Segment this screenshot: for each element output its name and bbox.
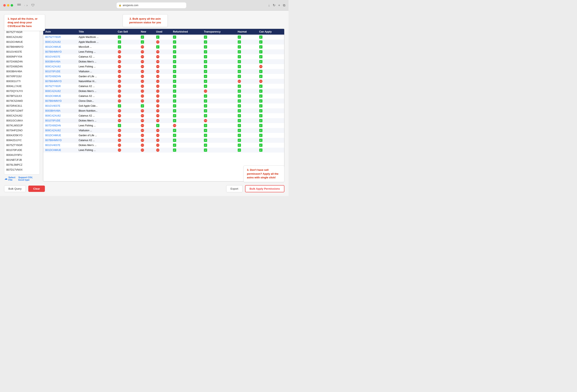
check-icon: ✓: [204, 109, 207, 112]
cell-hazmat: ✓: [236, 98, 257, 103]
cell-transparency: ✓: [202, 128, 236, 133]
maximize-button[interactable]: [11, 4, 13, 6]
block-icon: —: [173, 124, 176, 127]
cell-asin: B00CAZAU62: [43, 128, 77, 133]
cell-can-sell: —: [116, 118, 139, 123]
select-file-button[interactable]: ☁ Select File: [4, 176, 17, 181]
asin-link[interactable]: B07DX89ZHN: [45, 124, 61, 127]
check-icon: ✓: [173, 104, 176, 107]
bulk-apply-button[interactable]: Bulk Apply Permissions: [245, 185, 284, 192]
block-icon: —: [141, 144, 144, 147]
cell-new: —: [139, 108, 154, 113]
cell-title: Calamus X2 ...: [77, 138, 116, 143]
check-icon: ✓: [173, 35, 176, 39]
asin-list[interactable]: B075ZTY6GRB00CAZAU62B01DCHMIUEB07B6HMNYD…: [4, 29, 40, 174]
cell-can-apply: ✓: [257, 69, 284, 74]
cell-can-apply: ✓: [257, 49, 284, 54]
block-icon: —: [118, 139, 121, 142]
cell-transparency: ✓: [202, 113, 236, 118]
cell-transparency: ✓: [202, 143, 236, 148]
block-icon: —: [141, 90, 144, 93]
cell-title: NatureWise Vi...: [77, 79, 116, 84]
asin-link[interactable]: B07B6HMNYD: [45, 80, 62, 83]
asin-link[interactable]: B00CAZAU62: [45, 114, 61, 117]
table-row: B075ZTY6GR Apple MacBook ... ✓ ✓ ✓ ✓ ✓ ✓…: [43, 35, 284, 39]
sidebar-toggle[interactable]: [17, 4, 21, 7]
cell-asin: B07B6HMNYD: [43, 98, 77, 103]
permissions-table: Asin Title Can Sell New Used Refurbished…: [43, 29, 284, 153]
asin-link[interactable]: B075ZTY6GR: [45, 85, 61, 88]
asin-link[interactable]: B00CAZAU62: [45, 90, 61, 93]
check-icon: ✓: [204, 129, 207, 132]
address-bar[interactable]: 🔒 amzjarvis.com: [117, 2, 186, 8]
check-icon: ✓: [204, 144, 207, 147]
cell-hazmat: ✓: [236, 39, 257, 44]
asin-link[interactable]: B003BHV49A: [45, 109, 60, 112]
asin-link[interactable]: B01GV4037E: [45, 144, 60, 147]
cell-can-apply: ✓: [257, 103, 284, 108]
asin-link[interactable]: B01DCHMIUE: [45, 45, 61, 48]
asin-link[interactable]: B01GV4037E: [45, 104, 60, 107]
asin-link[interactable]: B01GV4037E: [45, 55, 60, 58]
cell-asin: B00CAZAU62: [43, 113, 77, 118]
cell-title: Apple MacBook ...: [77, 35, 116, 39]
cell-transparency: ✓: [202, 74, 236, 79]
asin-link[interactable]: B01DCHMIUE: [45, 95, 61, 98]
asin-link[interactable]: B07B6HMNYD: [45, 139, 62, 142]
asin-link[interactable]: B01DCHMIUE: [45, 149, 61, 152]
cell-can-sell: —: [116, 138, 139, 143]
check-icon: ✓: [259, 134, 262, 137]
cell-asin: B01070FUDE: [43, 69, 77, 74]
cell-used: —: [154, 84, 171, 89]
cell-hazmat: ✓: [236, 44, 257, 49]
cell-new: —: [139, 143, 154, 148]
asin-link[interactable]: B01070FUDE: [45, 70, 60, 73]
minimize-button[interactable]: [7, 4, 9, 6]
check-icon: ✓: [204, 148, 207, 152]
check-icon: ✓: [259, 40, 262, 44]
check-icon: ✓: [259, 124, 262, 127]
cell-refurbished: ✓: [171, 54, 202, 59]
close-button[interactable]: [3, 4, 6, 6]
cell-used: —: [154, 118, 171, 123]
cell-can-apply: ✓: [257, 113, 284, 118]
download-icon[interactable]: ↓: [268, 3, 270, 7]
table-scroll[interactable]: Asin Title Can Sell New Used Refurbished…: [43, 29, 284, 181]
cell-title: Garden of Life ...: [77, 133, 116, 138]
asin-link[interactable]: B01DCHMIUE: [45, 134, 61, 137]
check-icon: ✓: [259, 104, 262, 107]
cell-hazmat: ✓: [236, 128, 257, 133]
col-used: Used: [154, 29, 171, 35]
cell-refurbished: ✓: [171, 69, 202, 74]
table-row: B00CAZAU62 Apple MacBook ... ✓ ✓ — ✓ ✓ ✓…: [43, 39, 284, 44]
back-button[interactable]: ‹: [24, 4, 25, 7]
asin-link[interactable]: B07DX89ZHN: [45, 75, 61, 78]
asin-link[interactable]: B00CAZAU62: [45, 65, 61, 68]
asin-link[interactable]: B00CAZAU62: [45, 40, 61, 43]
block-icon: —: [156, 75, 159, 78]
check-icon: ✓: [173, 99, 176, 103]
cell-refurbished: ✓: [171, 94, 202, 98]
check-icon: ✓: [204, 104, 207, 107]
cell-can-apply: ✓: [257, 108, 284, 113]
cell-transparency: ✓: [202, 35, 236, 39]
cell-asin: B003BHV49A: [43, 108, 77, 113]
asin-link[interactable]: B00CAZAU62: [45, 129, 61, 132]
asin-link[interactable]: B003BHV49A: [45, 60, 60, 63]
asin-link[interactable]: B01070FUDE: [45, 119, 60, 122]
clear-button[interactable]: Clear: [28, 186, 45, 192]
forward-button[interactable]: ›: [26, 4, 28, 7]
export-button[interactable]: Export: [226, 185, 243, 192]
asin-link[interactable]: B075ZTY6GR: [45, 36, 61, 38]
asin-link[interactable]: B07B6HMNYD: [45, 50, 62, 53]
table-row: B01GV4037E Goli Apple Cide... ✓ ✓ — ✓ ✓ …: [43, 103, 284, 108]
copy-icon[interactable]: ⧉: [283, 3, 285, 7]
refresh-icon[interactable]: ↻: [273, 3, 275, 7]
check-icon: ✓: [259, 90, 262, 93]
bulk-query-button[interactable]: Bulk Query: [4, 185, 26, 192]
cell-title: Vitafusion ...: [77, 69, 116, 74]
asin-link[interactable]: B07B6HMNYD: [45, 99, 62, 102]
table-row: B01070FUDE Dickies Men's ... — — — ✓ — ✓…: [43, 118, 284, 123]
add-tab-icon[interactable]: +: [278, 3, 280, 7]
cell-refurbished: ✓: [171, 49, 202, 54]
